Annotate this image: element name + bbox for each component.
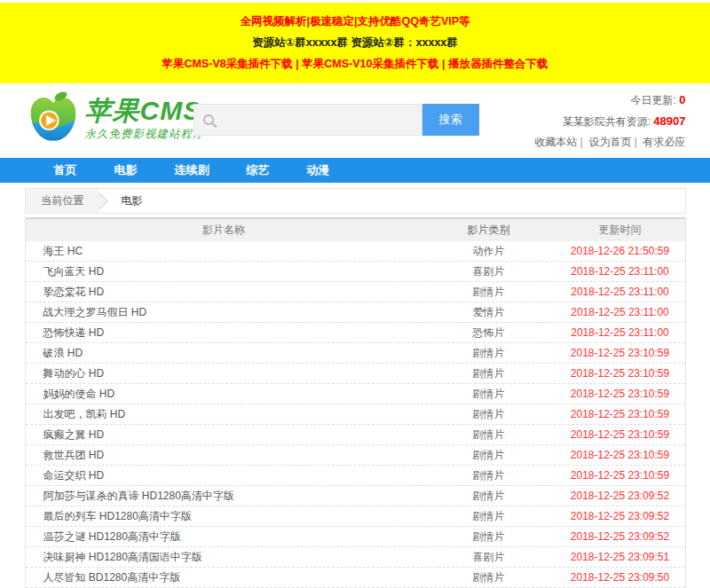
movie-category-link[interactable]: 恐怖片 bbox=[422, 325, 556, 341]
movie-category-link[interactable]: 剧情片 bbox=[422, 468, 556, 483]
movie-name-link[interactable]: 疯癫之翼 HD bbox=[26, 427, 422, 443]
header-movie-name: 影片名称 bbox=[26, 223, 422, 238]
total-resources-stat: 某某影院共有资源: 48907 bbox=[534, 111, 685, 132]
logo-subtitle: 永久免费影视建站程序 bbox=[85, 127, 205, 142]
movie-update-time: 2018-12-25 23:11:00 bbox=[556, 326, 685, 339]
movie-name-link[interactable]: 恐怖快递 HD bbox=[26, 325, 422, 341]
movie-update-time: 2018-12-25 23:10:59 bbox=[556, 367, 685, 380]
breadcrumb-location-label: 当前位置 bbox=[26, 189, 99, 213]
movie-update-time: 2018-12-25 23:11:00 bbox=[556, 265, 685, 278]
header-update-time: 更新时间 bbox=[556, 223, 685, 238]
nav-item[interactable]: 综艺 bbox=[228, 158, 288, 183]
movie-category-link[interactable]: 剧情片 bbox=[422, 346, 556, 361]
quick-link[interactable]: 设为首页 bbox=[577, 136, 631, 148]
movie-update-time: 2018-12-25 23:11:00 bbox=[556, 286, 685, 298]
movie-table-header: 影片名称 影片类别 更新时间 bbox=[26, 219, 685, 241]
table-row[interactable]: 命运交织 HD 剧情片 2018-12-25 23:10:59 bbox=[26, 466, 685, 486]
header-stats: 今日更新: 0 某某影院共有资源: 48907 收藏本站设为首页有求必应 bbox=[534, 90, 685, 153]
movie-update-time: 2018-12-25 23:09:50 bbox=[556, 571, 685, 584]
movie-update-time: 2018-12-25 23:09:52 bbox=[556, 510, 685, 522]
movie-category-link[interactable]: 剧情片 bbox=[422, 366, 556, 381]
movie-update-time: 2018-12-25 23:10:59 bbox=[556, 388, 685, 400]
promo-line-2: 资源站①群xxxxx群 资源站②群：xxxxx群 bbox=[0, 32, 710, 53]
movie-name-link[interactable]: 挚恋棠花 HD bbox=[26, 285, 422, 300]
promo-line-3[interactable]: 苹果CMS-V8采集插件下载 | 苹果CMS-V10采集插件下载 | 播放器插件… bbox=[0, 53, 710, 74]
today-update-stat: 今日更新: 0 bbox=[534, 90, 685, 111]
movie-update-time: 2018-12-26 21:50:59 bbox=[556, 245, 685, 257]
movie-category-link[interactable]: 剧情片 bbox=[422, 448, 556, 463]
table-row[interactable]: 战大理之罗马假日 HD 爱情片 2018-12-25 23:11:00 bbox=[26, 302, 685, 323]
nav-item[interactable]: 电影 bbox=[96, 158, 156, 183]
movie-update-time: 2018-12-25 23:10:59 bbox=[556, 469, 685, 482]
movie-name-link[interactable]: 救世兵团 HD bbox=[26, 448, 422, 463]
movie-name-link[interactable]: 出发吧，凯莉 HD bbox=[26, 407, 422, 422]
movie-name-link[interactable]: 人尽皆知 BD1280高清中字版 bbox=[26, 570, 422, 585]
movie-name-link[interactable]: 最后的列车 HD1280高清中字版 bbox=[26, 509, 422, 524]
table-row[interactable]: 恐怖快递 HD 恐怖片 2018-12-25 23:11:00 bbox=[26, 323, 685, 343]
table-row[interactable]: 出发吧，凯莉 HD 剧情片 2018-12-25 23:10:59 bbox=[26, 404, 685, 425]
movie-name-link[interactable]: 舞动的心 HD bbox=[26, 366, 422, 381]
movie-name-link[interactable]: 战大理之罗马假日 HD bbox=[26, 305, 422, 320]
table-row[interactable]: 舞动的心 HD 剧情片 2018-12-25 23:10:59 bbox=[26, 364, 685, 384]
table-row[interactable]: 挚恋棠花 HD 剧情片 2018-12-25 23:11:00 bbox=[26, 282, 685, 302]
movie-category-link[interactable]: 爱情片 bbox=[422, 305, 556, 320]
table-row[interactable]: 飞向蓝天 HD 喜剧片 2018-12-25 23:11:00 bbox=[26, 262, 685, 282]
movie-category-link[interactable]: 动作片 bbox=[422, 244, 556, 259]
logo-title: 苹果CMS bbox=[85, 97, 205, 125]
header-movie-category: 影片类别 bbox=[422, 223, 556, 238]
table-row[interactable]: 决味厨神 HD1280高清国语中字版 喜剧片 2018-12-25 23:09:… bbox=[26, 547, 685, 568]
quick-links: 收藏本站设为首页有求必应 bbox=[534, 132, 685, 153]
nav-item[interactable]: 动漫 bbox=[288, 158, 349, 183]
movie-update-time: 2018-12-25 23:11:00 bbox=[556, 306, 685, 318]
movie-name-link[interactable]: 温莎之谜 HD1280高清中字版 bbox=[26, 529, 422, 545]
movie-category-link[interactable]: 喜剧片 bbox=[422, 264, 556, 279]
movie-name-link[interactable]: 决味厨神 HD1280高清国语中字版 bbox=[26, 550, 422, 565]
movie-category-link[interactable]: 剧情片 bbox=[422, 387, 556, 402]
main-nav: 首页电影连续剧综艺动漫 bbox=[0, 158, 710, 183]
movie-category-link[interactable]: 剧情片 bbox=[422, 509, 556, 524]
table-row[interactable]: 破浪 HD 剧情片 2018-12-25 23:10:59 bbox=[26, 343, 685, 364]
nav-item[interactable]: 首页 bbox=[36, 158, 96, 183]
movie-category-link[interactable]: 剧情片 bbox=[422, 427, 556, 443]
search-bar: 搜索 bbox=[193, 104, 479, 136]
breadcrumb-current-page[interactable]: 电影 bbox=[122, 189, 143, 213]
table-row[interactable]: 阿加莎与谋杀的真谛 HD1280高清中字版 剧情片 2018-12-25 23:… bbox=[26, 486, 685, 506]
movie-name-link[interactable]: 命运交织 HD bbox=[26, 468, 422, 483]
movie-category-link[interactable]: 剧情片 bbox=[422, 285, 556, 300]
movie-update-time: 2018-12-25 23:10:59 bbox=[556, 347, 685, 359]
quick-link[interactable]: 有求必应 bbox=[631, 136, 685, 148]
table-row[interactable]: 人尽皆知 BD1280高清中字版 剧情片 2018-12-25 23:09:50 bbox=[26, 568, 685, 588]
promo-line-1[interactable]: 全网视频解析|极速稳定|支持优酷QQ奇艺VIP等 bbox=[0, 11, 710, 32]
table-row[interactable]: 妈妈的使命 HD 剧情片 2018-12-25 23:10:59 bbox=[26, 384, 685, 404]
table-row[interactable]: 温莎之谜 HD1280高清中字版 剧情片 2018-12-25 23:09:52 bbox=[26, 527, 685, 547]
movie-category-link[interactable]: 剧情片 bbox=[422, 407, 556, 422]
movie-category-link[interactable]: 剧情片 bbox=[422, 489, 556, 504]
nav-item[interactable]: 连续剧 bbox=[156, 158, 228, 183]
search-input[interactable] bbox=[214, 106, 422, 133]
movie-category-link[interactable]: 喜剧片 bbox=[422, 550, 556, 565]
total-resources-label: 某某影院共有资源: bbox=[563, 115, 651, 128]
search-button[interactable]: 搜索 bbox=[422, 104, 479, 136]
quick-link[interactable]: 收藏本站 bbox=[534, 136, 577, 148]
movie-update-time: 2018-12-25 23:10:59 bbox=[556, 408, 685, 420]
table-row[interactable]: 救世兵团 HD 剧情片 2018-12-25 23:10:59 bbox=[26, 445, 685, 466]
site-header: 苹果CMS 永久免费影视建站程序 搜索 今日更新: 0 某某影院共有资源: 48… bbox=[25, 83, 686, 158]
movie-name-link[interactable]: 飞向蓝天 HD bbox=[26, 264, 422, 279]
movie-category-link[interactable]: 剧情片 bbox=[422, 529, 556, 545]
site-logo[interactable]: 苹果CMS 永久免费影视建站程序 bbox=[27, 90, 205, 147]
table-row[interactable]: 最后的列车 HD1280高清中字版 剧情片 2018-12-25 23:09:5… bbox=[26, 506, 685, 527]
movie-update-time: 2018-12-25 23:10:59 bbox=[556, 428, 685, 441]
search-input-wrap bbox=[193, 104, 422, 136]
movie-table-body: 海王 HC 动作片 2018-12-26 21:50:59 飞向蓝天 HD 喜剧… bbox=[26, 241, 685, 588]
table-row[interactable]: 海王 HC 动作片 2018-12-26 21:50:59 bbox=[26, 241, 685, 262]
movie-category-link[interactable]: 剧情片 bbox=[422, 570, 556, 585]
movie-name-link[interactable]: 阿加莎与谋杀的真谛 HD1280高清中字版 bbox=[26, 489, 422, 504]
movie-name-link[interactable]: 海王 HC bbox=[26, 244, 422, 259]
table-row[interactable]: 疯癫之翼 HD 剧情片 2018-12-25 23:10:59 bbox=[26, 425, 685, 445]
movie-name-link[interactable]: 妈妈的使命 HD bbox=[26, 387, 422, 402]
nav-items: 首页电影连续剧综艺动漫 bbox=[25, 158, 686, 183]
movie-name-link[interactable]: 破浪 HD bbox=[26, 346, 422, 361]
total-resources-value: 48907 bbox=[653, 114, 685, 128]
search-icon bbox=[203, 114, 214, 125]
movie-update-time: 2018-12-25 23:10:59 bbox=[556, 449, 685, 461]
